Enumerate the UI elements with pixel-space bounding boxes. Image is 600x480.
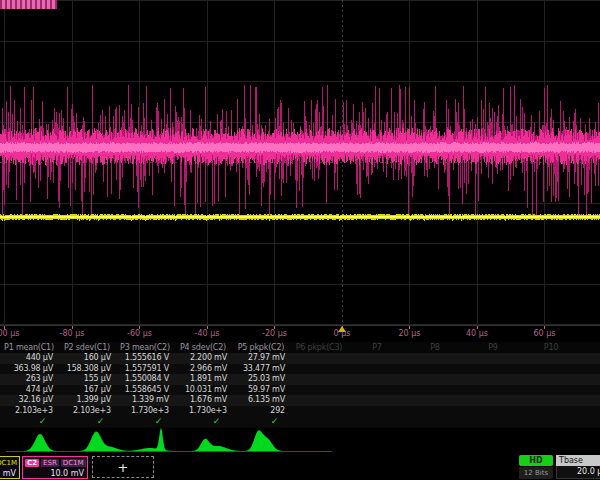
waveform-traces [0, 0, 600, 330]
measure-value-cell: 1.339 mV [116, 395, 174, 406]
histicon-strip [0, 427, 600, 453]
measure-value-cell [464, 395, 522, 406]
measurement-table: P1 mean(C1)P2 sdev(C1)P3 mean(C2)P4 sdev… [0, 342, 600, 428]
measure-value-cell: 1.676 mV [174, 395, 232, 406]
measure-value-cell: 10.031 mV [174, 385, 232, 396]
measure-header-cell[interactable]: P6 pkpk(C3) [290, 342, 348, 353]
measure-value-cell [522, 395, 580, 406]
timebase-scale: 20.0 µs [556, 466, 600, 479]
measure-value-cell [406, 374, 464, 385]
measure-value-cell: 474 µV [0, 385, 58, 396]
measure-status-cell: ✓ [116, 416, 174, 427]
time-axis-label: -80 µs [60, 329, 85, 338]
measure-value-cell: 2.103e+3 [0, 406, 58, 417]
measure-value-cell: 160 µV [58, 353, 116, 364]
measure-status-cell: ✓ [0, 416, 58, 427]
time-axis-label: 20 µs [399, 329, 421, 338]
measure-value-cell: 6.135 mV [232, 395, 290, 406]
histicon [122, 428, 189, 451]
timebase-descriptor-box[interactable]: Tbase 20.0 µs [556, 455, 600, 479]
histicon [12, 434, 68, 451]
measure-status-cell [406, 416, 464, 427]
measure-value-cell [348, 406, 406, 417]
c1-coupling-label: DC1M [0, 459, 17, 467]
measure-value-cell: 32.16 µV [0, 395, 58, 406]
measure-value-cell [348, 364, 406, 375]
measure-value-cell [348, 385, 406, 396]
measure-table-row: 2.103e+32.103e+31.730e+31.730e+3292 [0, 406, 600, 417]
measure-header-cell[interactable]: P4 sdev(C2) [174, 342, 232, 353]
measure-value-cell [522, 374, 580, 385]
measure-header-cell[interactable]: P3 mean(C2) [116, 342, 174, 353]
hd-mode-badge[interactable]: HD [519, 455, 553, 466]
measure-value-cell [290, 353, 348, 364]
measure-value-cell [290, 395, 348, 406]
measure-value-cell: 1.891 mV [174, 374, 232, 385]
histicon [177, 439, 246, 451]
c2-channel-chip: C2 [25, 459, 39, 467]
measure-value-cell [464, 353, 522, 364]
c1-descriptor-box[interactable]: C1 DC1M 10.0 mV [0, 456, 20, 479]
c2-descriptor-box[interactable]: C2 ESR DC1M 10.0 mV [22, 456, 88, 479]
measure-value-cell [464, 364, 522, 375]
measure-status-cell: ✓ [58, 416, 116, 427]
measure-value-cell: 292 [232, 406, 290, 417]
measure-value-cell: 167 µV [58, 385, 116, 396]
annotation-badge [0, 0, 57, 9]
measure-value-cell: 1.550084 V [116, 374, 174, 385]
c1-vertical-scale: 10.0 mV [0, 468, 19, 479]
measure-value-cell [522, 385, 580, 396]
measure-table-row: 440 µV160 µV1.555616 V2.200 mV27.97 mV [0, 353, 600, 364]
measure-value-cell [348, 353, 406, 364]
measure-table-row: 263 µV155 µV1.550084 V1.891 mV25.03 mV [0, 374, 600, 385]
c2-vertical-scale: 10.0 mV [23, 468, 87, 479]
measure-value-cell [406, 364, 464, 375]
measure-value-cell [580, 395, 600, 406]
measure-header-cell[interactable]: P5 pkpk(C2) [232, 342, 290, 353]
measure-header-cell[interactable]: P9 [464, 342, 522, 353]
measure-value-cell: 2.200 mV [174, 353, 232, 364]
measure-value-cell: 2.103e+3 [58, 406, 116, 417]
time-axis-label: -60 µs [127, 329, 152, 338]
measure-value-cell [290, 385, 348, 396]
measure-table-row: 363.98 µV158.308 µV1.557591 V2.966 mV33.… [0, 364, 600, 375]
measure-header-cell[interactable]: P7 [348, 342, 406, 353]
measure-value-cell [290, 406, 348, 417]
hd-bits-label: 12 Bits [519, 467, 553, 479]
measure-value-cell [464, 374, 522, 385]
measure-header-cell[interactable]: P2 sdev(C1) [58, 342, 116, 353]
measure-value-cell: 2.966 mV [174, 364, 232, 375]
measure-value-cell: 1.730e+3 [116, 406, 174, 417]
measure-value-cell: 1.399 µV [58, 395, 116, 406]
measure-header-cell[interactable]: P8 [406, 342, 464, 353]
measure-value-cell [290, 374, 348, 385]
trigger-position-marker[interactable] [338, 326, 346, 332]
measure-value-cell [580, 406, 600, 417]
time-axis-label: -20 µs [262, 329, 287, 338]
measure-value-cell [464, 385, 522, 396]
add-trace-button[interactable]: + [92, 456, 154, 478]
measure-header-cell[interactable]: P10 [522, 342, 580, 353]
measure-value-cell [522, 364, 580, 375]
measure-value-cell [580, 385, 600, 396]
measure-status-cell [580, 416, 600, 427]
measure-value-cell: 1.557591 V [116, 364, 174, 375]
measure-value-cell: 1.730e+3 [174, 406, 232, 417]
measure-status-cell [348, 416, 406, 427]
measure-value-cell [406, 395, 464, 406]
measure-value-cell [580, 374, 600, 385]
oscilloscope-screen: -100 µs-80 µs-60 µs-40 µs-20 µs0 µs20 µs… [0, 0, 600, 480]
measure-header-cell[interactable]: P11 [580, 342, 600, 353]
time-axis-label: -40 µs [195, 329, 220, 338]
time-axis-label: 60 µs [534, 329, 556, 338]
measure-value-cell: 158.308 µV [58, 364, 116, 375]
time-axis-label: 40 µs [466, 329, 488, 338]
measure-value-cell [406, 406, 464, 417]
measure-value-cell [348, 374, 406, 385]
measure-header-cell[interactable]: P1 mean(C1) [0, 342, 58, 353]
measure-value-cell [522, 353, 580, 364]
measure-value-cell: 25.03 mV [232, 374, 290, 385]
measure-status-cell: ✓ [232, 416, 290, 427]
measure-value-cell [580, 353, 600, 364]
measure-status-cell [522, 416, 580, 427]
